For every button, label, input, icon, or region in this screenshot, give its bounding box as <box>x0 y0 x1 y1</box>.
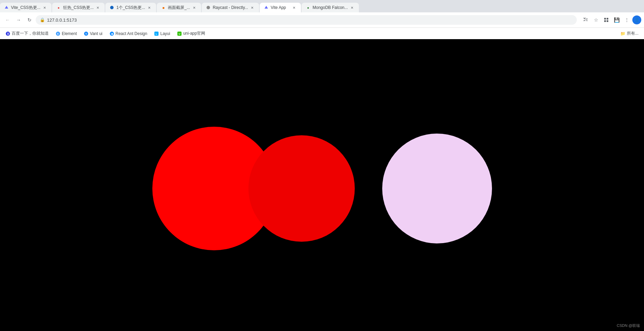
tab-favicon-4: ■ <box>161 5 166 10</box>
url-text: 127.0.0.1:5173 <box>47 18 573 23</box>
bookmark-favicon-vant: V <box>84 31 89 36</box>
bookmark-layui[interactable]: L Layui <box>151 30 173 37</box>
bookmark-baidu[interactable]: 百 百度一下，你就知道 <box>3 29 51 38</box>
forward-button[interactable]: → <box>14 15 23 25</box>
address-bar[interactable]: 🔒 127.0.0.1:5173 <box>36 15 577 25</box>
bookmark-folder[interactable]: 📁 所有... <box>618 29 641 38</box>
svg-point-2 <box>207 6 210 9</box>
extensions-button[interactable] <box>601 15 611 25</box>
tab-close-5[interactable]: ✕ <box>249 5 255 10</box>
browser-chrome: Vite_CSS热更... ✕ ● 狂热_CSS热更... ✕ 1个_CSS热更… <box>0 0 644 39</box>
bookmark-favicon-uni: U <box>177 31 182 36</box>
tab-title-2: 狂热_CSS热更... <box>63 5 94 11</box>
tab-close-1[interactable]: ✕ <box>42 5 47 10</box>
main-content: CSDN @联瑞 <box>0 39 644 331</box>
svg-text:U: U <box>178 33 180 35</box>
bookmark-antd[interactable]: ◆ React Ant Design <box>107 30 150 37</box>
tab-close-7[interactable]: ✕ <box>349 5 355 10</box>
bookmark-uni[interactable]: U uni-app官网 <box>174 29 208 38</box>
tab-favicon-1 <box>4 5 9 10</box>
tab-title-5: Raycast - Directly... <box>213 5 248 10</box>
tab-close-4[interactable]: ✕ <box>191 5 197 10</box>
menu-button[interactable]: ⋮ <box>622 15 632 25</box>
tab-bar: Vite_CSS热更... ✕ ● 狂热_CSS热更... ✕ 1个_CSS热更… <box>0 0 644 12</box>
svg-rect-5 <box>607 18 608 20</box>
tab-title-6: Vite App <box>271 5 290 10</box>
tab-favicon-7: ● <box>306 5 311 10</box>
tab-title-7: MongoDB Falcon... <box>313 5 348 10</box>
save-button[interactable]: 💾 <box>612 15 621 25</box>
bookmarks-bar: 百 百度一下，你就知道 E Element V Vant ui ◆ React … <box>0 27 644 39</box>
translate-button[interactable] <box>581 15 590 25</box>
back-button[interactable]: ← <box>3 15 12 25</box>
svg-marker-3 <box>265 6 268 9</box>
bookmark-favicon-antd: ◆ <box>109 31 114 36</box>
svg-text:◆: ◆ <box>110 33 113 35</box>
bookmark-label-vant: Vant ui <box>90 31 102 36</box>
tab-title-1: Vite_CSS热更... <box>11 5 40 11</box>
svg-rect-4 <box>604 18 606 20</box>
tab-title-4: 画面截屏_... <box>168 5 190 11</box>
lock-icon: 🔒 <box>40 18 45 22</box>
tab-close-3[interactable]: ✕ <box>147 5 152 10</box>
address-bar-row: ← → ↻ 🔒 127.0.0.1:5173 ☆ 💾 ⋮ 👤 <box>0 12 644 27</box>
circle-pink-light <box>382 134 492 243</box>
bookmark-label-layui: Layui <box>160 31 170 36</box>
tab-favicon-5 <box>206 5 211 10</box>
tab-close-6[interactable]: ✕ <box>291 5 297 10</box>
bookmark-label-element: Element <box>62 31 77 36</box>
bookmark-label-antd: React Ant Design <box>116 31 148 36</box>
tab-mongo[interactable]: ● MongoDB Falcon... ✕ <box>302 3 359 12</box>
tab-3[interactable]: 1个_CSS热更... ✕ <box>105 3 156 12</box>
svg-rect-7 <box>607 20 608 22</box>
bookmark-favicon-element: E <box>56 31 60 36</box>
tab-favicon-3 <box>109 5 114 10</box>
tab-vite-app[interactable]: Vite App ✕ <box>260 3 301 12</box>
bookmark-all-label: 所有... <box>627 31 639 36</box>
tab-vite-css[interactable]: Vite_CSS热更... ✕ <box>0 3 51 12</box>
bookmark-label-baidu: 百度一下，你就知道 <box>12 31 49 36</box>
bookmark-favicon-baidu: 百 <box>5 31 10 36</box>
tab-2[interactable]: ● 狂热_CSS热更... ✕ <box>52 3 105 12</box>
reload-button[interactable]: ↻ <box>25 15 34 25</box>
svg-text:V: V <box>85 33 87 35</box>
tab-5[interactable]: Raycast - Directly... ✕ <box>202 3 259 12</box>
tab-title-3: 1个_CSS热更... <box>116 5 145 11</box>
address-actions: ☆ 💾 ⋮ 👤 <box>581 15 641 25</box>
svg-text:百: 百 <box>7 33 10 35</box>
bookmark-favicon-layui: L <box>154 31 159 36</box>
bookmarks-end: 📁 所有... <box>618 29 641 38</box>
bookmark-vant[interactable]: V Vant ui <box>81 30 105 37</box>
folder-icon: 📁 <box>620 31 625 36</box>
profile-button[interactable]: 👤 <box>632 15 641 24</box>
watermark: CSDN @联瑞 <box>617 323 640 328</box>
svg-text:L: L <box>156 33 157 35</box>
bookmark-star-button[interactable]: ☆ <box>591 15 601 25</box>
svg-point-1 <box>110 6 114 9</box>
svg-rect-6 <box>604 20 606 22</box>
tab-favicon-2: ● <box>56 5 61 10</box>
bookmark-element[interactable]: E Element <box>53 30 80 37</box>
svg-text:E: E <box>57 33 59 35</box>
tab-favicon-6 <box>264 5 269 10</box>
tab-4[interactable]: ■ 画面截屏_... ✕ <box>157 3 201 12</box>
svg-marker-0 <box>5 6 8 9</box>
tab-close-2[interactable]: ✕ <box>95 5 101 10</box>
circles-container <box>152 127 492 250</box>
circle-red-medium <box>248 135 355 242</box>
bookmark-label-uni: uni-app官网 <box>183 31 205 36</box>
